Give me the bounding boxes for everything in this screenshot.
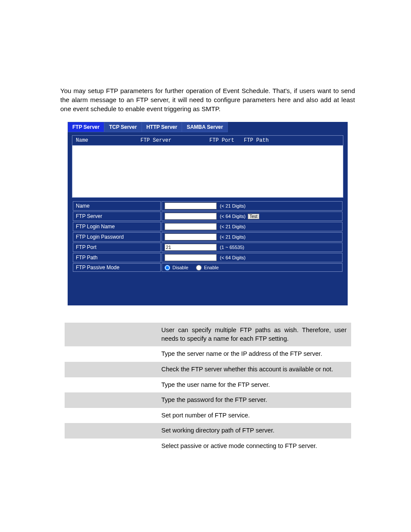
hint-server: (< 64 Digits) xyxy=(220,214,246,219)
table-row: Set port number of FTP service. xyxy=(65,408,351,423)
input-login-password[interactable] xyxy=(165,233,217,240)
col-port: FTP Port xyxy=(209,137,244,143)
desc-text: Set port number of FTP service. xyxy=(157,408,351,423)
label-name: Name xyxy=(73,201,161,211)
col-server: FTP Server xyxy=(140,137,209,143)
label-login-password: FTP Login Password xyxy=(73,232,161,242)
table-row: Check the FTP server whether this accoun… xyxy=(65,362,351,377)
test-button[interactable]: Test xyxy=(248,214,259,219)
desc-text: Type the server name or the IP address o… xyxy=(157,346,351,362)
radio-disable[interactable] xyxy=(165,265,170,271)
list-header: Name FTP Server FTP Port FTP Path xyxy=(72,135,343,145)
radio-enable[interactable] xyxy=(196,265,202,271)
hint-path: (< 64 Digits) xyxy=(220,255,246,260)
table-row: Type the server name or the IP address o… xyxy=(65,346,351,362)
label-passive: FTP Passive Mode xyxy=(73,263,161,272)
hint-login-name: (< 21 Digits) xyxy=(220,224,246,229)
desc-label xyxy=(65,423,157,439)
table-row: Select passive or active mode connecting… xyxy=(65,439,351,454)
desc-text: Type the user name for the FTP server. xyxy=(157,377,351,393)
table-row: User can specify multiple FTP paths as w… xyxy=(65,323,351,346)
desc-text: Type the password for the FTP server. xyxy=(157,392,351,408)
label-login-name: FTP Login Name xyxy=(73,222,161,231)
label-server: FTP Server xyxy=(73,212,161,221)
ftp-config-panel: FTP Server TCP Server HTTP Server SAMBA … xyxy=(68,122,348,305)
tab-samba-server[interactable]: SAMBA Server xyxy=(182,122,227,132)
desc-label xyxy=(65,323,157,346)
desc-label xyxy=(65,408,157,423)
input-name[interactable] xyxy=(165,202,217,209)
tab-ftp-server[interactable]: FTP Server xyxy=(68,122,104,132)
hint-name: (< 21 Digits) xyxy=(220,203,246,208)
input-server[interactable] xyxy=(165,213,217,220)
desc-text: User can specify multiple FTP paths as w… xyxy=(157,323,351,346)
ftp-form: Name (< 21 Digits) FTP Server (< 64 Digi… xyxy=(72,200,343,273)
desc-label xyxy=(65,377,157,393)
col-name: Name xyxy=(76,137,140,143)
tab-http-server[interactable]: HTTP Server xyxy=(142,122,182,132)
tab-bar: FTP Server TCP Server HTTP Server SAMBA … xyxy=(68,122,348,133)
col-path: FTP Path xyxy=(244,137,296,143)
desc-text: Check the FTP server whether this accoun… xyxy=(157,362,351,377)
desc-label xyxy=(65,362,157,377)
table-row: Set working directory path of FTP server… xyxy=(65,423,351,439)
desc-text: Select passive or active mode connecting… xyxy=(157,439,351,454)
passive-mode-group: Disable Enable xyxy=(165,264,339,271)
hint-port: (1 ~ 65535) xyxy=(220,245,244,250)
tab-tcp-server[interactable]: TCP Server xyxy=(104,122,141,132)
hint-login-password: (< 21 Digits) xyxy=(220,234,246,240)
input-login-name[interactable] xyxy=(165,223,217,230)
table-row: Type the password for the FTP server. xyxy=(65,392,351,408)
table-row: Type the user name for the FTP server. xyxy=(65,377,351,393)
desc-label xyxy=(65,392,157,408)
desc-label xyxy=(65,346,157,362)
input-path[interactable] xyxy=(165,254,217,261)
intro-text: You may setup FTP parameters for further… xyxy=(60,86,355,113)
label-port: FTP Port xyxy=(73,243,161,252)
description-table: User can specify multiple FTP paths as w… xyxy=(65,323,351,454)
input-port[interactable] xyxy=(165,244,217,251)
label-path: FTP Path xyxy=(73,253,161,262)
radio-disable-label: Disable xyxy=(172,265,188,270)
list-body[interactable] xyxy=(72,145,343,198)
desc-text: Set working directory path of FTP server… xyxy=(157,423,351,439)
desc-label xyxy=(65,439,157,454)
radio-enable-label: Enable xyxy=(204,265,218,270)
